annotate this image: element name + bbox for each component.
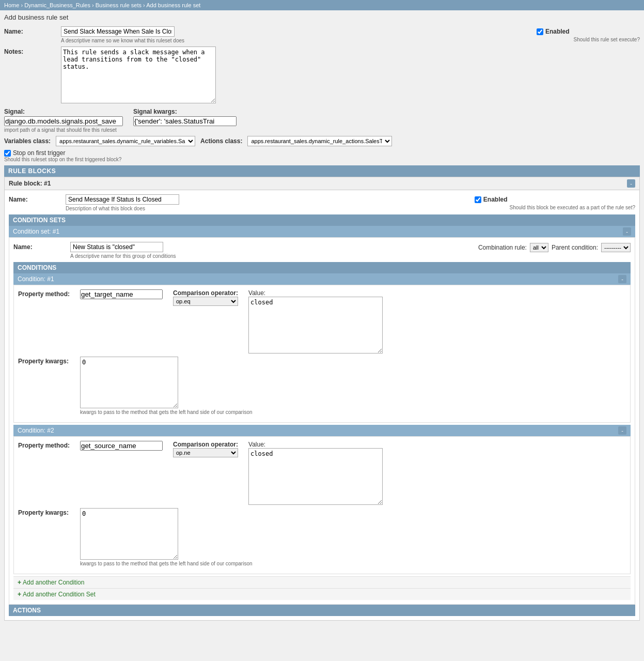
conditions-section: CONDITIONS Condition: #1 - Property meth…: [13, 262, 631, 588]
condition-set-1: Condition set: #1 - Name: A descriptive …: [9, 226, 635, 605]
notes-label: Notes:: [4, 47, 61, 55]
signal-label: Signal:: [4, 108, 123, 115]
breadcrumb-current: Add business rule set: [146, 2, 200, 8]
combo-select[interactable]: all: [530, 243, 548, 252]
c1-prop-kwargs-input[interactable]: 0: [80, 357, 178, 408]
enabled-hint: Should this rule set execute?: [574, 37, 640, 42]
stop-on-first-hint: Should this ruleset stop on the first tr…: [4, 157, 640, 162]
c1-value-label: Value:: [248, 289, 383, 297]
breadcrumb: Home › Dynamic_Business_Rules › Business…: [0, 0, 644, 10]
condition-2-collapse[interactable]: -: [618, 426, 626, 435]
signal-hint: import path of a signal that should fire…: [4, 127, 123, 133]
rule-block-1-body: Name: Description of what this block doe…: [5, 190, 639, 620]
cs-name-hint: A descriptive name for this group of con…: [70, 253, 473, 259]
rule-block-1: Rule block: #1 - Name: Description of wh…: [4, 177, 640, 621]
parent-label: Parent condition:: [552, 244, 598, 251]
c2-prop-kwargs-input[interactable]: 0: [80, 508, 178, 560]
c2-prop-method-label: Property method:: [18, 441, 75, 449]
rb-enabled-label: Enabled: [483, 196, 508, 203]
parent-select[interactable]: ---------: [601, 243, 631, 252]
actions-class-label: Actions class:: [200, 137, 242, 145]
c1-value-input[interactable]: [248, 297, 383, 353]
notes-input[interactable]: This rule sends a slack message when a l…: [61, 47, 216, 103]
condition-1: Condition: #1 - Property method:: [13, 273, 631, 423]
c1-prop-method-label: Property method:: [18, 289, 75, 298]
c2-prop-kwargs-hint: kwargs to pass to the method that gets t…: [80, 561, 253, 566]
c2-value-input[interactable]: [248, 448, 383, 505]
page-title: Add business rule set: [0, 10, 644, 24]
condition-set-1-body: Name: A descriptive name for this group …: [9, 237, 635, 605]
rb-enabled-hint: Should this block be executed as a part …: [510, 205, 636, 210]
name-hint: A descriptive name so we know what this …: [61, 38, 531, 43]
actions-header: ACTIONS: [9, 605, 635, 616]
rb-name-hint: Description of what this block does: [66, 206, 469, 211]
rule-block-1-header: Rule block: #1 -: [5, 177, 639, 190]
vars-class-select[interactable]: apps.restaurant_sales.dynamic_rule_varia…: [56, 136, 195, 146]
combo-label: Combination rule:: [478, 244, 527, 251]
c2-comp-op-label: Comparison operator:: [173, 441, 238, 448]
actions-class-select[interactable]: apps.restaurant_sales.dynamic_rule_actio…: [247, 136, 392, 146]
conditions-header: CONDITIONS: [13, 262, 631, 273]
c2-value-label: Value:: [248, 441, 383, 448]
rb-name-input[interactable]: [66, 194, 179, 205]
breadcrumb-home[interactable]: Home: [4, 2, 19, 8]
condition-2-header: Condition: #2 -: [13, 425, 631, 436]
condition-sets-header: CONDITION SETS: [9, 214, 635, 226]
condition-set-1-header: Condition set: #1 -: [9, 226, 635, 237]
stop-on-first-label: Stop on first trigger: [13, 149, 65, 157]
signal-kwargs-input[interactable]: [133, 116, 237, 126]
c1-comp-op-label: Comparison operator:: [173, 289, 238, 297]
cs-name-input[interactable]: [70, 242, 163, 252]
condition-1-collapse[interactable]: -: [618, 275, 626, 283]
signal-kwargs-label: Signal kwargs:: [133, 108, 237, 115]
rb-enabled-checkbox[interactable]: [475, 196, 481, 203]
vars-class-label: Variables class:: [4, 137, 51, 145]
c1-comp-op-select[interactable]: op.eq: [173, 297, 238, 306]
c2-prop-method-input[interactable]: [80, 441, 163, 451]
breadcrumb-dynamic[interactable]: Dynamic_Business_Rules: [24, 2, 90, 8]
condition-sets-section: CONDITION SETS Condition set: #1 - Name:…: [9, 214, 635, 605]
name-label: Name:: [4, 26, 61, 35]
c2-prop-kwargs-label: Property kwargs:: [18, 508, 75, 516]
add-condition-label: Add another Condition: [23, 579, 84, 586]
add-condition-set-link[interactable]: + Add another Condition Set: [13, 588, 631, 600]
rb-name-label: Name:: [9, 194, 66, 203]
condition-set-1-collapse[interactable]: -: [623, 227, 631, 236]
stop-on-first-checkbox[interactable]: [4, 150, 11, 157]
signal-input[interactable]: [4, 116, 123, 126]
enabled-label: Enabled: [545, 28, 570, 35]
condition-2-body: Property method: Comparison operator: op…: [13, 436, 631, 574]
condition-2: Condition: #2 - Property method:: [13, 425, 631, 574]
add-cset-plus-icon: +: [18, 591, 21, 598]
c1-prop-kwargs-label: Property kwargs:: [18, 357, 75, 365]
cs-name-label: Name:: [13, 242, 70, 251]
condition-1-body: Property method: Comparison operator: op…: [13, 285, 631, 423]
enabled-checkbox[interactable]: [537, 28, 543, 35]
c1-prop-method-input[interactable]: [80, 289, 163, 299]
rule-blocks-header: RULE BLOCKS: [4, 165, 640, 177]
add-condition-link[interactable]: + Add another Condition: [13, 576, 631, 588]
condition-1-header: Condition: #1 -: [13, 273, 631, 285]
rule-block-1-collapse[interactable]: -: [627, 179, 635, 188]
add-condition-plus-icon: +: [18, 579, 21, 586]
c2-comp-op-select[interactable]: op.ne: [173, 448, 238, 457]
breadcrumb-rule-sets[interactable]: Business rule sets: [96, 2, 142, 8]
c1-prop-kwargs-hint: kwargs to pass to the method that gets t…: [80, 409, 253, 415]
name-input[interactable]: [61, 26, 175, 37]
add-condition-set-label: Add another Condition Set: [23, 591, 96, 598]
